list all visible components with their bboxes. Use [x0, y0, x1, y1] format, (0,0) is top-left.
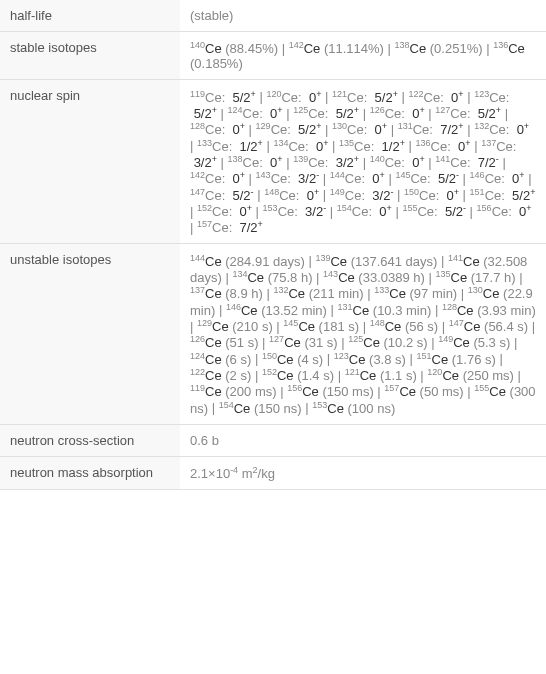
isotope-entry: 137Ce (8.9 h) [190, 286, 263, 301]
spin-entry: 124Ce: 0+ [228, 106, 283, 121]
isotope-entry: 125Ce (10.2 s) [348, 335, 427, 350]
row-label: stable isotopes [0, 32, 180, 80]
isotope-entry: 149Ce (5.3 s) [438, 335, 510, 350]
table-row: half-life (stable) [0, 0, 546, 32]
spin-entry: 134Ce: 0+ [273, 139, 328, 154]
spin-entry: 145Ce: 5/2- [395, 171, 459, 186]
isotope-entry: 145Ce (181 s) [283, 319, 359, 334]
row-value: 119Ce: 5/2+ | 120Ce: 0+ | 121Ce: 5/2+ | … [180, 80, 546, 244]
isotope-entry: 123Ce (3.8 s) [334, 352, 406, 367]
table-row: nuclear spin 119Ce: 5/2+ | 120Ce: 0+ | 1… [0, 80, 546, 244]
table-row: stable isotopes 140Ce (88.45%) | 142Ce (… [0, 32, 546, 80]
row-label: half-life [0, 0, 180, 32]
isotope-entry: 132Ce (211 min) [273, 286, 363, 301]
isotope-entry: 131Ce (10.3 min) [338, 303, 432, 318]
row-label: unstable isotopes [0, 244, 180, 424]
table-row: neutron cross-section 0.6 b [0, 424, 546, 456]
isotope-entry: 138Ce (0.251%) [395, 41, 483, 56]
isotope-entry: 150Ce (4 s) [262, 352, 323, 367]
isotope-entry: 121Ce (1.1 s) [345, 368, 417, 383]
isotope-table: half-life (stable) stable isotopes 140Ce… [0, 0, 546, 490]
spin-entry: 150Ce: 0+ [404, 188, 459, 203]
isotope-entry: 143Ce (33.0389 h) [323, 270, 425, 285]
row-value: 2.1×10-4 m2/kg [180, 456, 546, 489]
row-label: neutron cross-section [0, 424, 180, 456]
spin-entry: 146Ce: 0+ [470, 171, 525, 186]
table-row: neutron mass absorption 2.1×10-4 m2/kg [0, 456, 546, 489]
spin-entry: 127Ce: 5/2+ [435, 106, 501, 121]
spin-entry: 128Ce: 0+ [190, 122, 245, 137]
row-label: neutron mass absorption [0, 456, 180, 489]
spin-entry: 139Ce: 3/2+ [293, 155, 359, 170]
spin-entry: 135Ce: 1/2+ [339, 139, 405, 154]
isotope-entry: 126Ce (51 s) [190, 335, 259, 350]
isotope-entry: 120Ce (250 ms) [427, 368, 514, 383]
spin-entry: 141Ce: 7/2- [435, 155, 499, 170]
row-label: nuclear spin [0, 80, 180, 244]
spin-entry: 132Ce: 0+ [474, 122, 529, 137]
isotope-entry: 135Ce (17.7 h) [435, 270, 515, 285]
spin-entry: 156Ce: 0+ [477, 204, 532, 219]
spin-entry: 138Ce: 0+ [228, 155, 283, 170]
isotope-entry: 119Ce (200 ms) [190, 384, 277, 399]
spin-entry: 129Ce: 5/2+ [256, 122, 322, 137]
row-value: (stable) [180, 0, 546, 32]
isotope-entry: 128Ce (3.93 min) [442, 303, 536, 318]
isotope-entry: 142Ce (11.114%) [289, 41, 384, 56]
spin-entry: 131Ce: 7/2+ [398, 122, 464, 137]
isotope-entry: 140Ce (88.45%) [190, 41, 278, 56]
spin-entry: 119Ce: 5/2+ [190, 90, 256, 105]
isotope-entry: 147Ce (56.4 s) [449, 319, 528, 334]
spin-entry: 140Ce: 0+ [370, 155, 425, 170]
spin-entry: 143Ce: 3/2- [256, 171, 320, 186]
row-value: 140Ce (88.45%) | 142Ce (11.114%) | 138Ce… [180, 32, 546, 80]
spin-entry: 133Ce: 1/2+ [197, 139, 263, 154]
spin-entry: 144Ce: 0+ [330, 171, 385, 186]
row-value: 0.6 b [180, 424, 546, 456]
isotope-entry: 124Ce (6 s) [190, 352, 251, 367]
spin-entry: 147Ce: 5/2- [190, 188, 254, 203]
table-row: unstable isotopes 144Ce (284.91 days) | … [0, 244, 546, 424]
isotope-entry: 154Ce (150 ns) [219, 401, 302, 416]
isotope-entry: 157Ce (50 ms) [384, 384, 463, 399]
isotope-entry: 152Ce (1.4 s) [262, 368, 334, 383]
isotope-entry: 129Ce (210 s) [197, 319, 273, 334]
isotope-entry: 133Ce (97 min) [374, 286, 457, 301]
isotope-entry: 153Ce (100 ns) [312, 401, 395, 416]
isotope-entry: 134Ce (75.8 h) [232, 270, 312, 285]
row-value: 144Ce (284.91 days) | 139Ce (137.641 day… [180, 244, 546, 424]
isotope-entry: 156Ce (150 ms) [287, 384, 374, 399]
spin-entry: 122Ce: 0+ [409, 90, 464, 105]
spin-entry: 152Ce: 0+ [197, 204, 252, 219]
isotope-entry: 144Ce (284.91 days) [190, 254, 305, 269]
spin-entry: 130Ce: 0+ [332, 122, 387, 137]
spin-entry: 151Ce: 5/2+ [470, 188, 536, 203]
spin-entry: 155Ce: 5/2- [402, 204, 466, 219]
isotope-entry: 139Ce (137.641 days) [315, 254, 437, 269]
spin-entry: 157Ce: 7/2+ [197, 220, 263, 235]
spin-entry: 121Ce: 5/2+ [332, 90, 398, 105]
isotope-entry: 151Ce (1.76 s) [417, 352, 496, 367]
spin-entry: 149Ce: 3/2- [330, 188, 394, 203]
spin-entry: 153Ce: 3/2- [263, 204, 327, 219]
spin-entry: 148Ce: 0+ [264, 188, 319, 203]
spin-entry: 125Ce: 5/2+ [293, 106, 359, 121]
spin-entry: 154Ce: 0+ [337, 204, 392, 219]
isotope-entry: 146Ce (13.52 min) [226, 303, 327, 318]
spin-entry: 136Ce: 0+ [416, 139, 471, 154]
isotope-entry: 127Ce (31 s) [269, 335, 338, 350]
isotope-entry: 122Ce (2 s) [190, 368, 251, 383]
isotope-entry: 148Ce (56 s) [370, 319, 439, 334]
spin-entry: 120Ce: 0+ [266, 90, 321, 105]
spin-entry: 126Ce: 0+ [370, 106, 425, 121]
spin-entry: 142Ce: 0+ [190, 171, 245, 186]
